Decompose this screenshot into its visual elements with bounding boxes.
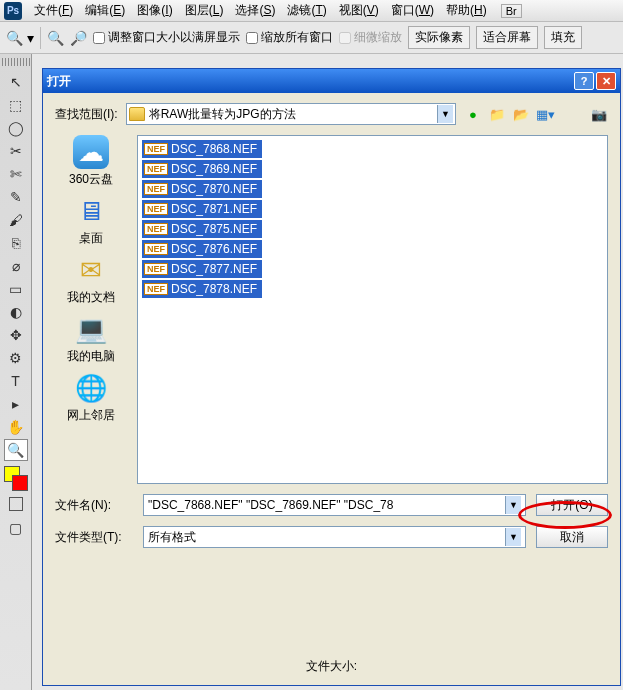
resize-window-checkbox[interactable]: 调整窗口大小以满屏显示 (93, 29, 240, 46)
view-menu-icon[interactable]: ▦▾ (536, 105, 554, 123)
cancel-button[interactable]: 取消 (536, 526, 608, 548)
tool-9[interactable]: ▭ (4, 278, 28, 300)
dialog-titlebar: 打开 ? ✕ (43, 69, 620, 93)
palette-gripper[interactable] (2, 58, 30, 66)
file-item[interactable]: NEFDSC_7875.NEF (142, 220, 262, 238)
fill-button[interactable]: 填充 (544, 26, 582, 49)
up-icon[interactable]: 📁 (488, 105, 506, 123)
filename-label: 文件名(N): (55, 497, 133, 514)
tool-16[interactable]: 🔍 (4, 439, 28, 461)
tool-3[interactable]: ✂ (4, 140, 28, 162)
file-item[interactable]: NEFDSC_7877.NEF (142, 260, 262, 278)
place-item[interactable]: 🖥桌面 (73, 194, 109, 247)
zoom-in-icon[interactable]: 🔍 (47, 30, 64, 46)
fine-zoom-checkbox: 细微缩放 (339, 29, 402, 46)
tool-12[interactable]: ⚙ (4, 347, 28, 369)
menu-w[interactable]: 窗口(W) (385, 0, 440, 21)
menu-e[interactable]: 编辑(E) (79, 0, 131, 21)
favorites-icon[interactable]: 📷 (590, 105, 608, 123)
open-button[interactable]: 打开(O) (536, 494, 608, 516)
tool-palette: ↖⬚◯✂✄✎🖌⎘⌀▭◐✥⚙T▸✋🔍 ▢ (0, 54, 32, 690)
screenmode-icon[interactable]: ▢ (4, 517, 28, 539)
filetype-dropdown[interactable]: 所有格式 ▼ (143, 526, 526, 548)
bridge-button[interactable]: Br (501, 4, 522, 18)
lookup-label: 查找范围(I): (55, 106, 118, 123)
tool-14[interactable]: ▸ (4, 393, 28, 415)
filename-input[interactable]: "DSC_7868.NEF" "DSC_7869.NEF" "DSC_78 ▼ (143, 494, 526, 516)
options-bar: 🔍 ▾ 🔍 🔎 调整窗口大小以满屏显示 缩放所有窗口 细微缩放 实际像素 适合屏… (0, 22, 623, 54)
tool-6[interactable]: 🖌 (4, 209, 28, 231)
file-item[interactable]: NEFDSC_7868.NEF (142, 140, 262, 158)
open-dialog: 打开 ? ✕ 查找范围(I): 将RAW批量转为JPG的方法 ▼ ● 📁 📂 ▦… (42, 68, 621, 686)
file-list[interactable]: NEFDSC_7868.NEFNEFDSC_7869.NEFNEFDSC_787… (137, 135, 608, 484)
menu-h[interactable]: 帮助(H) (440, 0, 493, 21)
file-item[interactable]: NEFDSC_7878.NEF (142, 280, 262, 298)
zoom-tool-icon[interactable]: 🔍 ▾ (6, 30, 34, 46)
menu-f[interactable]: 文件(F) (28, 0, 79, 21)
chevron-down-icon[interactable]: ▼ (505, 496, 521, 514)
chevron-down-icon[interactable]: ▼ (505, 528, 521, 546)
file-item[interactable]: NEFDSC_7876.NEF (142, 240, 262, 258)
place-item[interactable]: ☁360云盘 (69, 135, 113, 188)
tool-2[interactable]: ◯ (4, 117, 28, 139)
tool-4[interactable]: ✄ (4, 163, 28, 185)
tool-7[interactable]: ⎘ (4, 232, 28, 254)
new-folder-icon[interactable]: 📂 (512, 105, 530, 123)
ps-logo: Ps (4, 2, 22, 20)
zoom-all-checkbox[interactable]: 缩放所有窗口 (246, 29, 333, 46)
menu-i[interactable]: 图像(I) (131, 0, 178, 21)
menu-v[interactable]: 视图(V) (333, 0, 385, 21)
tool-11[interactable]: ✥ (4, 324, 28, 346)
dialog-title: 打开 (47, 73, 71, 90)
filesize-label: 文件大小: (55, 658, 608, 675)
tool-1[interactable]: ⬚ (4, 94, 28, 116)
quickmask-icon[interactable] (4, 493, 28, 515)
file-item[interactable]: NEFDSC_7870.NEF (142, 180, 262, 198)
file-item[interactable]: NEFDSC_7871.NEF (142, 200, 262, 218)
chevron-down-icon[interactable]: ▼ (437, 105, 453, 123)
tool-8[interactable]: ⌀ (4, 255, 28, 277)
background-color[interactable] (12, 475, 28, 491)
tool-0[interactable]: ↖ (4, 71, 28, 93)
menu-l[interactable]: 图层(L) (179, 0, 230, 21)
place-item[interactable]: 💻我的电脑 (67, 312, 115, 365)
folder-dropdown[interactable]: 将RAW批量转为JPG的方法 ▼ (126, 103, 456, 125)
folder-icon (129, 107, 145, 121)
back-icon[interactable]: ● (464, 105, 482, 123)
actual-pixels-button[interactable]: 实际像素 (408, 26, 470, 49)
tool-5[interactable]: ✎ (4, 186, 28, 208)
tool-15[interactable]: ✋ (4, 416, 28, 438)
close-button[interactable]: ✕ (596, 72, 616, 90)
help-button[interactable]: ? (574, 72, 594, 90)
zoom-out-icon[interactable]: 🔎 (70, 30, 87, 46)
fit-screen-button[interactable]: 适合屏幕 (476, 26, 538, 49)
place-item[interactable]: 🌐网上邻居 (67, 371, 115, 424)
places-bar: ☁360云盘🖥桌面✉我的文档💻我的电脑🌐网上邻居 (55, 135, 127, 484)
filetype-label: 文件类型(T): (55, 529, 133, 546)
place-item[interactable]: ✉我的文档 (67, 253, 115, 306)
file-item[interactable]: NEFDSC_7869.NEF (142, 160, 262, 178)
tool-10[interactable]: ◐ (4, 301, 28, 323)
tool-13[interactable]: T (4, 370, 28, 392)
app-menubar: Ps 文件(F)编辑(E)图像(I)图层(L)选择(S)滤镜(T)视图(V)窗口… (0, 0, 623, 22)
menu-t[interactable]: 滤镜(T) (281, 0, 332, 21)
menu-s[interactable]: 选择(S) (229, 0, 281, 21)
